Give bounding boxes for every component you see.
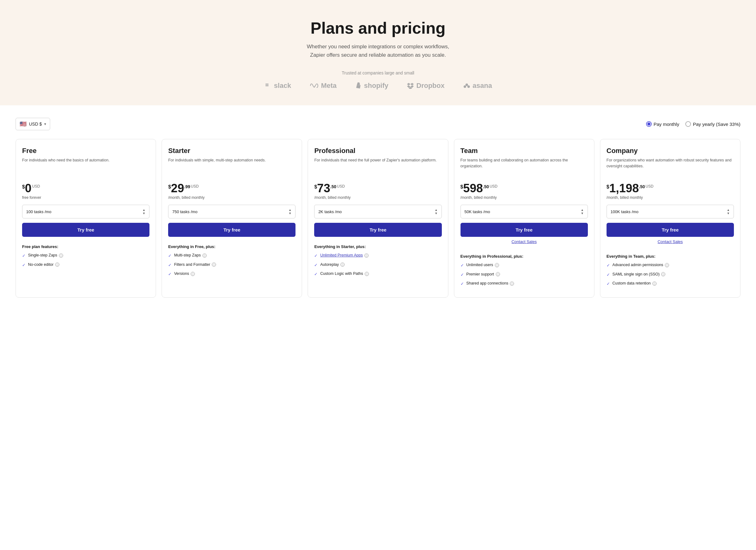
plan-desc: For teams building and collaborating on … [461,157,588,176]
task-arrows: ▲▼ [142,208,145,215]
price-decimal: .50 [483,184,489,189]
check-icon: ✓ [314,271,318,277]
plan-name: Professional [314,147,442,155]
feature-item: ✓ SAML single sign on (SSO)ⓘ [607,272,734,278]
features-section-professional: Everything in Starter, plus: ✓ Unlimited… [314,244,442,280]
feature-text: Advanced admin permissions [612,262,663,268]
check-icon: ✓ [168,271,172,277]
hero-section: Plans and pricing Whether you need simpl… [0,0,756,105]
currency-selector[interactable]: 🇺🇸 USD $ ▾ [16,118,50,130]
task-selector-company[interactable]: 100K tasks /mo ▲▼ [607,205,734,218]
check-icon: ✓ [461,263,464,268]
try-free-button-starter[interactable]: Try free [168,223,295,237]
feature-text-wrap: Multi-step Zapsⓘ [174,253,206,258]
pay-yearly-option[interactable]: Pay yearly (Save 33%) [685,121,740,127]
check-icon: ✓ [22,262,26,268]
try-free-button-free[interactable]: Try free [22,223,149,237]
try-free-button-professional[interactable]: Try free [314,223,442,237]
slack-logo: slack [264,82,291,90]
info-icon[interactable]: ⓘ [364,253,369,258]
info-icon[interactable]: ⓘ [340,262,345,267]
info-icon[interactable]: ⓘ [55,262,59,267]
feature-item: ✓ No-code editorⓘ [22,262,149,268]
svg-rect-3 [267,85,268,86]
monthly-label: Pay monthly [654,121,679,127]
info-icon[interactable]: ⓘ [202,253,207,258]
info-icon[interactable]: ⓘ [59,253,63,258]
task-selector-starter[interactable]: 750 tasks /mo ▲▼ [168,205,295,218]
price-dollar-sign: $ [314,184,317,190]
try-free-button-company[interactable]: Try free [607,223,734,237]
task-arrows: ▲▼ [727,208,730,215]
asana-logo: asana [463,82,492,90]
plan-price: $ 1,198 .50 USD [607,182,734,194]
info-icon[interactable]: ⓘ [661,272,665,277]
features-section-free: Free plan features: ✓ Single-step Zapsⓘ … [22,244,149,271]
plan-card-professional: Professional For individuals that need t… [308,139,448,298]
price-billing: /month, billed monthly [461,195,588,200]
info-icon[interactable]: ⓘ [496,272,500,277]
plan-desc: For individuals who need the basics of a… [22,157,149,176]
info-icon[interactable]: ⓘ [365,272,369,276]
plan-price: $ 598 .50 USD [461,182,588,194]
feature-text-wrap: Premier supportⓘ [466,272,500,278]
monthly-radio[interactable] [646,121,652,127]
svg-point-9 [465,83,468,86]
features-title: Everything in Professional, plus: [461,254,588,258]
price-decimal: .99 [184,184,190,189]
features-section-company: Everything in Team, plus: ✓ Advanced adm… [607,254,734,290]
info-icon[interactable]: ⓘ [191,272,195,276]
chevron-down-icon: ▾ [44,122,46,126]
dropbox-logo: Dropbox [407,82,444,90]
price-dollar-sign: $ [22,184,25,190]
info-icon[interactable]: ⓘ [652,282,657,286]
yearly-radio[interactable] [685,121,691,127]
info-icon[interactable]: ⓘ [212,262,216,267]
plan-name: Starter [168,147,295,155]
feature-link[interactable]: Unlimited Premium Apps [320,253,363,258]
price-dollar-sign: $ [607,184,609,190]
plan-card-team: Team For teams building and collaboratin… [454,139,594,298]
svg-marker-4 [407,83,410,85]
info-icon[interactable]: ⓘ [510,282,514,286]
feature-text-wrap: Unlimited Premium Appsⓘ [320,253,369,258]
feature-item: ✓ Versionsⓘ [168,271,295,277]
price-decimal: .50 [330,184,336,189]
contact-sales-link[interactable]: Contact Sales [607,239,734,244]
feature-text: Premier support [466,272,494,278]
svg-point-10 [464,85,466,88]
info-icon[interactable]: ⓘ [665,263,669,267]
pay-monthly-option[interactable]: Pay monthly [646,121,679,127]
task-selector-professional[interactable]: 2K tasks /mo ▲▼ [314,205,442,218]
svg-rect-1 [266,85,267,86]
contact-sales-link[interactable]: Contact Sales [461,239,588,244]
feature-item: ✓ Multi-step Zapsⓘ [168,253,295,258]
info-icon[interactable]: ⓘ [495,263,499,267]
check-icon: ✓ [314,253,318,258]
price-currency: USD [191,184,199,188]
shopify-logo: shopify [355,82,388,90]
features-section-starter: Everything in Free, plus: ✓ Multi-step Z… [168,244,295,280]
page-title: Plans and pricing [12,19,744,37]
trusted-label: Trusted at companies large and small [12,70,744,75]
try-free-button-team[interactable]: Try free [461,223,588,237]
check-icon: ✓ [314,262,318,268]
features-title: Everything in Free, plus: [168,244,295,249]
meta-logo: Meta [310,82,337,90]
pricing-section: 🇺🇸 USD $ ▾ Pay monthly Pay yearly (Save … [0,105,756,316]
svg-marker-5 [410,83,414,85]
feature-text-wrap: Autoreplayⓘ [320,262,345,268]
feature-item: ✓ Shared app connectionsⓘ [461,281,588,287]
feature-text: Autoreplay [320,262,339,268]
task-selector-free[interactable]: 100 tasks /mo ▲▼ [22,205,149,218]
task-selector-team[interactable]: 50K tasks /mo ▲▼ [461,205,588,218]
check-icon: ✓ [607,272,610,278]
task-arrows: ▲▼ [288,208,291,215]
feature-item: ✓ Unlimited usersⓘ [461,262,588,268]
svg-point-11 [467,85,470,88]
feature-text: Versions [174,271,189,277]
price-main: 29 [171,182,184,194]
check-icon: ✓ [168,262,172,268]
feature-text: Custom data retention [612,281,651,287]
feature-item: ✓ Premier supportⓘ [461,272,588,278]
